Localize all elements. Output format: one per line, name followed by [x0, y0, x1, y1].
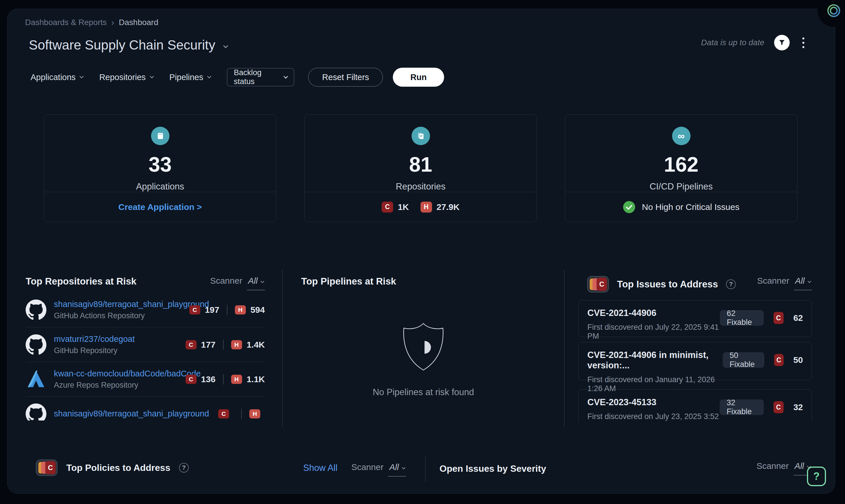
divider: [223, 374, 224, 384]
scanner-value: All: [389, 462, 399, 472]
pipelines-count: 162: [664, 152, 698, 176]
repository-list: shanisagiv89/terragoat_shani_playground …: [25, 293, 265, 420]
divider: [227, 305, 227, 315]
chevron-down-icon: [284, 74, 288, 79]
severity-stack-icon: C: [36, 460, 58, 476]
repositories-label: Repositories: [396, 181, 445, 192]
scanner-label: Scanner: [210, 276, 242, 286]
critical-letter: C: [597, 277, 607, 291]
breadcrumb-separator-icon: ›: [111, 18, 114, 28]
critical-severity-badge: C: [189, 305, 200, 314]
repositories-filter-dropdown[interactable]: Repositories: [99, 73, 153, 82]
applications-count: 33: [148, 152, 172, 176]
scanner-label: Scanner: [757, 461, 789, 471]
filter-bar: Applications Repositories Pipelines Back…: [31, 68, 444, 87]
critical-letter: C: [45, 461, 56, 474]
scanner-value: All: [795, 461, 804, 471]
issues-list: CVE-2021-44906 First discovered on July …: [578, 300, 812, 422]
scanner-value: All: [795, 276, 805, 286]
application-icon: [151, 127, 170, 145]
pipelines-stat-card: ∞ 162 CI/CD Pipelines No High or Critica…: [565, 114, 797, 222]
repositories-high-count: 27.9K: [437, 202, 460, 212]
backlog-status-label: Backlog status: [234, 68, 284, 86]
chevron-down-icon: [207, 74, 211, 78]
run-button[interactable]: Run: [393, 68, 444, 87]
bottom-widgets-row: C Top Policies to Address ? Show All Sca…: [7, 427, 835, 494]
create-application-link[interactable]: Create Application >: [119, 202, 202, 212]
repositories-scanner-select[interactable]: Scanner All: [210, 276, 265, 290]
pipelines-filter-label: Pipelines: [170, 73, 204, 82]
reset-filters-button[interactable]: Reset Filters: [308, 68, 383, 87]
divider: [425, 456, 426, 482]
kebab-menu-button[interactable]: [799, 36, 807, 50]
pipelines-label: CI/CD Pipelines: [650, 181, 713, 192]
top-issues-widget: C Top Issues to Address ? Scanner All: [565, 270, 835, 427]
cve-id: CVE-2021-44906: [587, 308, 720, 318]
chevron-down-icon: [149, 74, 154, 78]
pipelines-filter-dropdown[interactable]: Pipelines: [170, 73, 211, 82]
github-icon: [25, 300, 47, 320]
repo-link[interactable]: mvaturri237/codegoat: [54, 335, 178, 344]
chevron-down-icon: [402, 466, 405, 469]
top-repositories-title: Top Repositories at Risk: [25, 276, 136, 287]
repo-critical-count: 177: [201, 340, 215, 349]
cve-critical-count: 50: [793, 355, 803, 365]
repo-link[interactable]: kwan-cc-democloud/badCode/badCode: [54, 369, 178, 378]
github-icon: [25, 335, 47, 355]
table-row: mvaturri237/codegoat GitHub Repository C…: [25, 327, 265, 362]
applications-filter-dropdown[interactable]: Applications: [31, 73, 83, 82]
critical-severity-badge: C: [186, 340, 196, 349]
repositories-critical-count: 1K: [398, 202, 409, 212]
funnel-icon: [778, 39, 786, 47]
filter-button[interactable]: [774, 35, 790, 50]
cve-critical-count: 62: [793, 313, 803, 323]
top-policies-widget-header: C Top Policies to Address ?: [36, 460, 189, 476]
cve-id: CVE-2021-44906 in minimist, version:...: [587, 350, 723, 371]
breadcrumb-dashboard: Dashboard: [119, 18, 158, 27]
cve-card[interactable]: CVE-2021-44906 in minimist, version:... …: [578, 342, 812, 380]
top-issues-title: Top Issues to Address: [617, 279, 718, 290]
repo-link[interactable]: shanisagiv89/terragoat_shani_playground: [54, 300, 182, 309]
cve-discovered-date: First discovered on January 11, 2026 1:2…: [587, 375, 723, 393]
issues-scanner-select[interactable]: Scanner All: [757, 276, 812, 290]
help-tooltip-icon[interactable]: ?: [179, 463, 189, 473]
policies-scanner-select[interactable]: Scanner All: [351, 462, 406, 476]
stat-cards: 33 Applications Create Application > 81 …: [44, 114, 797, 222]
backlog-status-select[interactable]: Backlog status: [227, 68, 294, 86]
table-row: shanisagiv89/terragoat_shani_playground …: [25, 396, 265, 420]
chevron-down-icon: [261, 280, 264, 283]
dashboard-title-dropdown[interactable]: Software Supply Chain Security: [29, 37, 227, 53]
help-button[interactable]: ?: [807, 467, 826, 486]
show-all-link[interactable]: Show All: [303, 463, 337, 473]
cve-card[interactable]: CVE-2023-45133 First discovered on July …: [578, 389, 812, 422]
top-policies-title: Top Policies to Address: [66, 463, 170, 473]
table-row: kwan-cc-democloud/badCode/badCode Azure …: [25, 362, 265, 396]
critical-severity-badge: C: [382, 202, 393, 213]
infinity-glyph: ∞: [677, 131, 685, 141]
severity-scanner-select[interactable]: Scanner All: [757, 461, 811, 475]
help-tooltip-icon[interactable]: ?: [726, 280, 736, 289]
high-severity-badge: H: [231, 340, 242, 349]
divider: [223, 340, 224, 350]
repo-link[interactable]: shanisagiv89/terragoat_shani_playground: [54, 409, 211, 418]
chevron-down-icon: [223, 43, 228, 48]
high-severity-badge: H: [235, 305, 246, 314]
pipeline-icon: ∞: [672, 127, 690, 145]
cve-card[interactable]: CVE-2021-44906 First discovered on July …: [578, 300, 812, 337]
scanner-label: Scanner: [757, 276, 789, 286]
scanner-label: Scanner: [351, 462, 384, 472]
shield-icon: [400, 321, 447, 373]
repo-critical-count: 136: [201, 374, 215, 384]
breadcrumb-dashboards-reports[interactable]: Dashboards & Reports: [25, 18, 107, 27]
brand-logo-icon: [827, 4, 841, 18]
fixable-badge: 50 Fixable: [723, 352, 764, 368]
top-pipelines-title: Top Pipelines at Risk: [301, 276, 396, 287]
pipelines-status-text: No High or Critical Issues: [642, 202, 739, 212]
repo-high-count: 1.1K: [247, 374, 265, 384]
repo-type: Azure Repos Repository: [54, 381, 178, 390]
breadcrumb: Dashboards & Reports › Dashboard: [25, 18, 158, 28]
github-icon: [25, 403, 47, 421]
critical-severity-badge: C: [774, 401, 784, 413]
repositories-count: 81: [409, 152, 432, 176]
applications-filter-label: Applications: [31, 73, 75, 82]
